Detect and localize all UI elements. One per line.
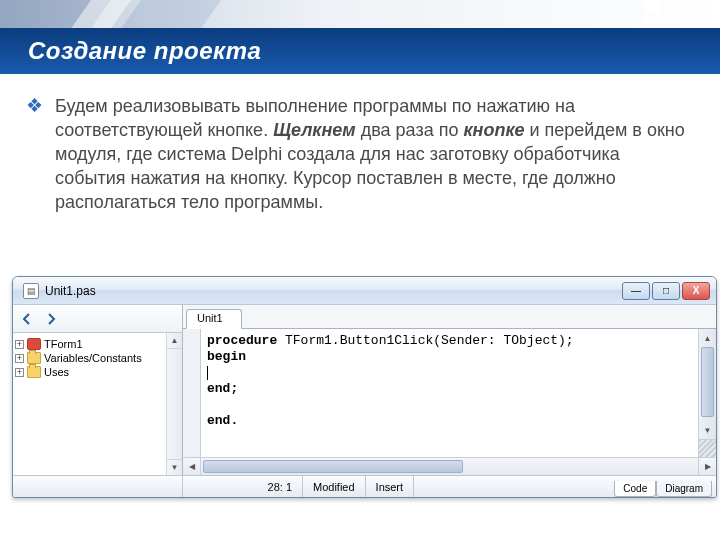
scroll-down-icon[interactable]: ▼ bbox=[167, 459, 182, 475]
slide-title: Создание проекта bbox=[28, 37, 261, 65]
ide-statusbar: 28: 1 Modified Insert Code Diagram bbox=[13, 475, 716, 497]
editor-gutter bbox=[183, 329, 201, 457]
file-icon: ▤ bbox=[23, 283, 39, 299]
editor-panel: Unit1 procedure TForm1.Button1Click(Send… bbox=[183, 305, 716, 475]
slide-body: ❖ Будем реализовывать выполнение програм… bbox=[0, 86, 720, 214]
editor-vscrollbar[interactable]: ▲ ▼ bbox=[698, 329, 716, 457]
editor-hscrollbar[interactable]: ◀ ▶ bbox=[183, 457, 716, 475]
status-modified: Modified bbox=[303, 476, 366, 497]
maximize-button[interactable]: □ bbox=[652, 282, 680, 300]
scroll-right-icon[interactable]: ▶ bbox=[698, 458, 716, 475]
scroll-left-icon[interactable]: ◀ bbox=[183, 458, 201, 475]
resize-grip-icon[interactable] bbox=[699, 439, 716, 457]
slide-title-bar: Создание проекта bbox=[0, 28, 720, 74]
scroll-down-icon[interactable]: ▼ bbox=[699, 421, 716, 439]
scroll-thumb[interactable] bbox=[203, 460, 463, 473]
status-insert: Insert bbox=[366, 476, 415, 497]
nav-fwd-icon[interactable] bbox=[43, 311, 59, 327]
expand-icon[interactable]: + bbox=[15, 368, 24, 377]
slide-paragraph: Будем реализовывать выполнение программы… bbox=[55, 94, 690, 214]
ide-titlebar[interactable]: ▤ Unit1.pas — □ X bbox=[13, 277, 716, 305]
tab-diagram[interactable]: Diagram bbox=[656, 481, 712, 497]
tab-unit1[interactable]: Unit1 bbox=[186, 309, 242, 329]
code-editor[interactable]: procedure TForm1.Button1Click(Sender: TO… bbox=[201, 329, 698, 457]
structure-toolbar bbox=[13, 305, 182, 333]
scroll-up-icon[interactable]: ▲ bbox=[699, 329, 716, 347]
view-tabs: Code Diagram bbox=[614, 476, 716, 497]
folder-icon bbox=[27, 366, 41, 378]
scroll-thumb[interactable] bbox=[701, 347, 714, 417]
minimize-button[interactable]: — bbox=[622, 282, 650, 300]
scroll-up-icon[interactable]: ▲ bbox=[167, 333, 182, 349]
tree-item-vars[interactable]: + Variables/Constants bbox=[15, 351, 164, 365]
close-button[interactable]: X bbox=[682, 282, 710, 300]
ide-title-text: Unit1.pas bbox=[45, 284, 622, 298]
bullet-icon: ❖ bbox=[20, 94, 55, 214]
structure-panel: + TForm1 + Variables/Constants + Uses bbox=[13, 305, 183, 475]
ide-window: ▤ Unit1.pas — □ X + TForm1 bbox=[12, 276, 717, 498]
text-cursor bbox=[207, 366, 208, 380]
emphasis-click: Щелкнем bbox=[273, 120, 356, 140]
tab-code[interactable]: Code bbox=[614, 481, 656, 497]
tree-item-uses[interactable]: + Uses bbox=[15, 365, 164, 379]
expand-icon[interactable]: + bbox=[15, 340, 24, 349]
form-icon bbox=[27, 338, 41, 350]
tree-item-tform1[interactable]: + TForm1 bbox=[15, 337, 164, 351]
nav-back-icon[interactable] bbox=[19, 311, 35, 327]
structure-tree[interactable]: + TForm1 + Variables/Constants + Uses bbox=[13, 333, 166, 475]
editor-tabs: Unit1 bbox=[183, 305, 716, 329]
emphasis-button: кнопке bbox=[463, 120, 524, 140]
status-position: 28: 1 bbox=[183, 476, 303, 497]
folder-icon bbox=[27, 352, 41, 364]
expand-icon[interactable]: + bbox=[15, 354, 24, 363]
tree-scrollbar[interactable]: ▲ ▼ bbox=[166, 333, 182, 475]
